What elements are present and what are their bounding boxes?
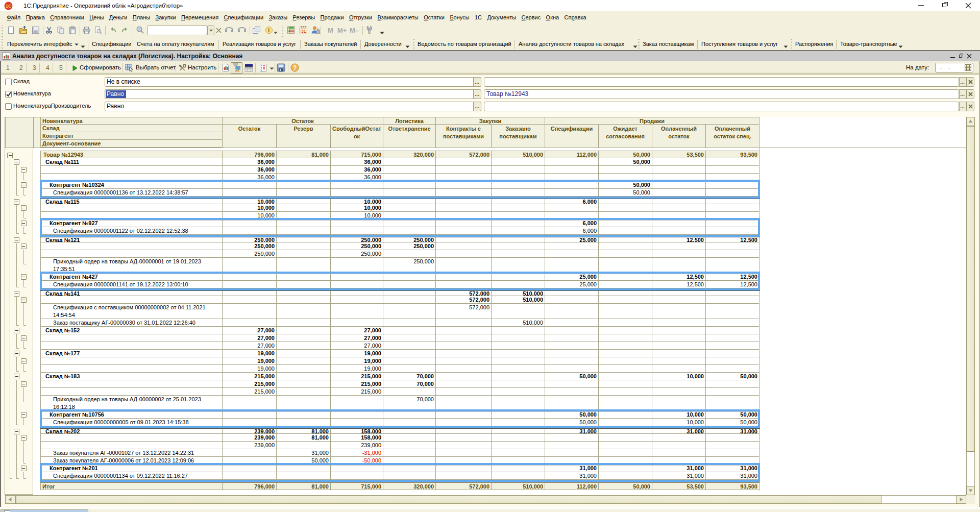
svg-text:i: i [268, 28, 270, 33]
svg-text:?: ? [293, 64, 297, 71]
svg-text:31: 31 [301, 29, 306, 34]
svg-text:1C: 1C [6, 4, 12, 9]
